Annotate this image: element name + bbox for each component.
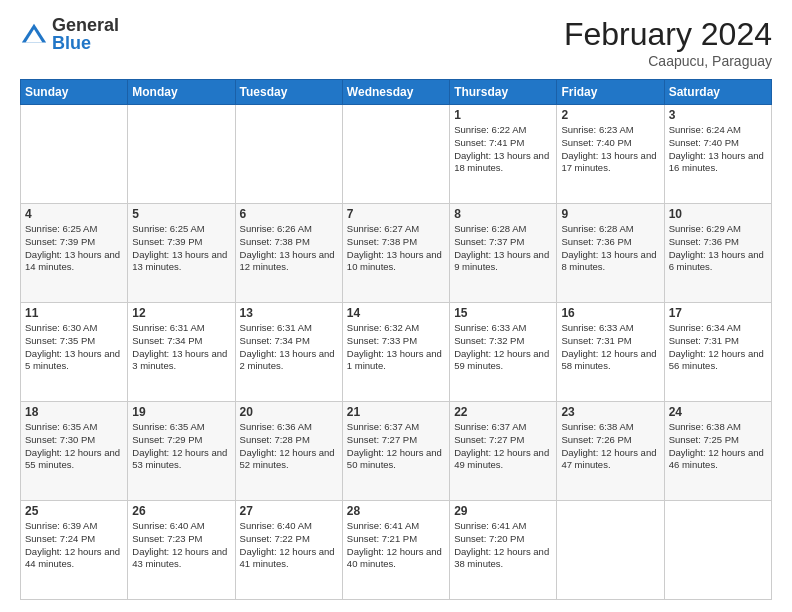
day-number: 17 <box>669 306 767 320</box>
day-cell: 11Sunrise: 6:30 AM Sunset: 7:35 PM Dayli… <box>21 303 128 402</box>
day-cell: 7Sunrise: 6:27 AM Sunset: 7:38 PM Daylig… <box>342 204 449 303</box>
day-number: 8 <box>454 207 552 221</box>
day-cell <box>342 105 449 204</box>
day-cell: 14Sunrise: 6:32 AM Sunset: 7:33 PM Dayli… <box>342 303 449 402</box>
day-number: 28 <box>347 504 445 518</box>
day-cell: 1Sunrise: 6:22 AM Sunset: 7:41 PM Daylig… <box>450 105 557 204</box>
day-info: Sunrise: 6:23 AM Sunset: 7:40 PM Dayligh… <box>561 124 659 175</box>
day-info: Sunrise: 6:22 AM Sunset: 7:41 PM Dayligh… <box>454 124 552 175</box>
day-cell: 3Sunrise: 6:24 AM Sunset: 7:40 PM Daylig… <box>664 105 771 204</box>
header: General Blue February 2024 Caapucu, Para… <box>20 16 772 69</box>
day-number: 2 <box>561 108 659 122</box>
day-cell <box>664 501 771 600</box>
logo-general: General <box>52 16 119 34</box>
day-cell: 24Sunrise: 6:38 AM Sunset: 7:25 PM Dayli… <box>664 402 771 501</box>
day-number: 26 <box>132 504 230 518</box>
calendar-title: February 2024 <box>564 16 772 53</box>
day-number: 25 <box>25 504 123 518</box>
day-number: 21 <box>347 405 445 419</box>
page: General Blue February 2024 Caapucu, Para… <box>0 0 792 612</box>
day-number: 9 <box>561 207 659 221</box>
day-number: 14 <box>347 306 445 320</box>
day-info: Sunrise: 6:31 AM Sunset: 7:34 PM Dayligh… <box>132 322 230 373</box>
day-number: 13 <box>240 306 338 320</box>
day-info: Sunrise: 6:29 AM Sunset: 7:36 PM Dayligh… <box>669 223 767 274</box>
day-number: 3 <box>669 108 767 122</box>
day-info: Sunrise: 6:24 AM Sunset: 7:40 PM Dayligh… <box>669 124 767 175</box>
col-header-monday: Monday <box>128 80 235 105</box>
day-info: Sunrise: 6:41 AM Sunset: 7:20 PM Dayligh… <box>454 520 552 571</box>
col-header-friday: Friday <box>557 80 664 105</box>
logo-text: General Blue <box>52 16 119 52</box>
week-row-2: 11Sunrise: 6:30 AM Sunset: 7:35 PM Dayli… <box>21 303 772 402</box>
day-cell: 15Sunrise: 6:33 AM Sunset: 7:32 PM Dayli… <box>450 303 557 402</box>
day-cell: 9Sunrise: 6:28 AM Sunset: 7:36 PM Daylig… <box>557 204 664 303</box>
day-info: Sunrise: 6:34 AM Sunset: 7:31 PM Dayligh… <box>669 322 767 373</box>
day-cell <box>235 105 342 204</box>
week-row-0: 1Sunrise: 6:22 AM Sunset: 7:41 PM Daylig… <box>21 105 772 204</box>
day-number: 20 <box>240 405 338 419</box>
day-cell: 2Sunrise: 6:23 AM Sunset: 7:40 PM Daylig… <box>557 105 664 204</box>
day-info: Sunrise: 6:36 AM Sunset: 7:28 PM Dayligh… <box>240 421 338 472</box>
col-header-saturday: Saturday <box>664 80 771 105</box>
day-cell <box>128 105 235 204</box>
day-info: Sunrise: 6:25 AM Sunset: 7:39 PM Dayligh… <box>25 223 123 274</box>
logo-blue: Blue <box>52 34 119 52</box>
day-number: 15 <box>454 306 552 320</box>
day-info: Sunrise: 6:26 AM Sunset: 7:38 PM Dayligh… <box>240 223 338 274</box>
day-info: Sunrise: 6:32 AM Sunset: 7:33 PM Dayligh… <box>347 322 445 373</box>
day-cell: 17Sunrise: 6:34 AM Sunset: 7:31 PM Dayli… <box>664 303 771 402</box>
day-info: Sunrise: 6:28 AM Sunset: 7:36 PM Dayligh… <box>561 223 659 274</box>
day-number: 18 <box>25 405 123 419</box>
day-cell: 23Sunrise: 6:38 AM Sunset: 7:26 PM Dayli… <box>557 402 664 501</box>
week-row-4: 25Sunrise: 6:39 AM Sunset: 7:24 PM Dayli… <box>21 501 772 600</box>
day-cell: 10Sunrise: 6:29 AM Sunset: 7:36 PM Dayli… <box>664 204 771 303</box>
day-cell: 6Sunrise: 6:26 AM Sunset: 7:38 PM Daylig… <box>235 204 342 303</box>
day-number: 4 <box>25 207 123 221</box>
day-info: Sunrise: 6:39 AM Sunset: 7:24 PM Dayligh… <box>25 520 123 571</box>
day-cell: 8Sunrise: 6:28 AM Sunset: 7:37 PM Daylig… <box>450 204 557 303</box>
day-info: Sunrise: 6:28 AM Sunset: 7:37 PM Dayligh… <box>454 223 552 274</box>
col-header-tuesday: Tuesday <box>235 80 342 105</box>
day-number: 27 <box>240 504 338 518</box>
title-block: February 2024 Caapucu, Paraguay <box>564 16 772 69</box>
day-info: Sunrise: 6:37 AM Sunset: 7:27 PM Dayligh… <box>454 421 552 472</box>
calendar-table: SundayMondayTuesdayWednesdayThursdayFrid… <box>20 79 772 600</box>
day-cell: 16Sunrise: 6:33 AM Sunset: 7:31 PM Dayli… <box>557 303 664 402</box>
day-number: 23 <box>561 405 659 419</box>
day-cell: 29Sunrise: 6:41 AM Sunset: 7:20 PM Dayli… <box>450 501 557 600</box>
day-info: Sunrise: 6:33 AM Sunset: 7:32 PM Dayligh… <box>454 322 552 373</box>
day-cell: 5Sunrise: 6:25 AM Sunset: 7:39 PM Daylig… <box>128 204 235 303</box>
day-number: 11 <box>25 306 123 320</box>
day-cell: 28Sunrise: 6:41 AM Sunset: 7:21 PM Dayli… <box>342 501 449 600</box>
day-cell <box>21 105 128 204</box>
day-cell: 22Sunrise: 6:37 AM Sunset: 7:27 PM Dayli… <box>450 402 557 501</box>
day-info: Sunrise: 6:35 AM Sunset: 7:30 PM Dayligh… <box>25 421 123 472</box>
day-info: Sunrise: 6:38 AM Sunset: 7:26 PM Dayligh… <box>561 421 659 472</box>
day-cell: 12Sunrise: 6:31 AM Sunset: 7:34 PM Dayli… <box>128 303 235 402</box>
day-cell: 26Sunrise: 6:40 AM Sunset: 7:23 PM Dayli… <box>128 501 235 600</box>
day-number: 19 <box>132 405 230 419</box>
day-cell: 4Sunrise: 6:25 AM Sunset: 7:39 PM Daylig… <box>21 204 128 303</box>
day-info: Sunrise: 6:37 AM Sunset: 7:27 PM Dayligh… <box>347 421 445 472</box>
day-info: Sunrise: 6:40 AM Sunset: 7:22 PM Dayligh… <box>240 520 338 571</box>
day-number: 16 <box>561 306 659 320</box>
day-info: Sunrise: 6:38 AM Sunset: 7:25 PM Dayligh… <box>669 421 767 472</box>
header-row: SundayMondayTuesdayWednesdayThursdayFrid… <box>21 80 772 105</box>
day-number: 22 <box>454 405 552 419</box>
day-info: Sunrise: 6:25 AM Sunset: 7:39 PM Dayligh… <box>132 223 230 274</box>
day-cell: 25Sunrise: 6:39 AM Sunset: 7:24 PM Dayli… <box>21 501 128 600</box>
day-cell: 18Sunrise: 6:35 AM Sunset: 7:30 PM Dayli… <box>21 402 128 501</box>
day-number: 6 <box>240 207 338 221</box>
day-number: 5 <box>132 207 230 221</box>
week-row-1: 4Sunrise: 6:25 AM Sunset: 7:39 PM Daylig… <box>21 204 772 303</box>
day-info: Sunrise: 6:30 AM Sunset: 7:35 PM Dayligh… <box>25 322 123 373</box>
day-info: Sunrise: 6:40 AM Sunset: 7:23 PM Dayligh… <box>132 520 230 571</box>
day-cell <box>557 501 664 600</box>
day-number: 1 <box>454 108 552 122</box>
day-info: Sunrise: 6:33 AM Sunset: 7:31 PM Dayligh… <box>561 322 659 373</box>
day-number: 24 <box>669 405 767 419</box>
logo-icon <box>20 20 48 48</box>
logo: General Blue <box>20 16 119 52</box>
day-info: Sunrise: 6:41 AM Sunset: 7:21 PM Dayligh… <box>347 520 445 571</box>
